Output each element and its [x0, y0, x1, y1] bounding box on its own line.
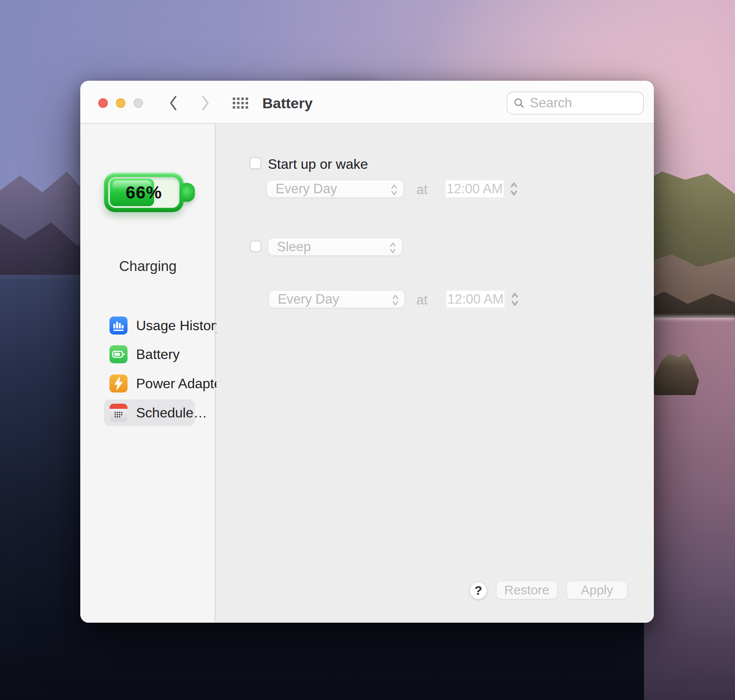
startup-frequency-popup[interactable]: Every Day [266, 180, 404, 198]
battery-nub [182, 183, 195, 202]
island-hill [644, 163, 735, 266]
minimize-button[interactable] [116, 98, 125, 108]
window-title: Battery [262, 95, 313, 112]
shoreline-foam [644, 316, 735, 320]
startup-time-field[interactable]: 12:00 AM [445, 180, 504, 198]
popup-value: Sleep [277, 239, 311, 255]
search-icon [513, 97, 525, 109]
battery-icon [109, 345, 128, 363]
sleep-checkbox[interactable] [250, 240, 261, 252]
power-adapter-icon [109, 374, 128, 393]
chevron-up-down-icon [392, 294, 399, 307]
sidebar-item-label: Power Adapter [136, 376, 226, 392]
sidebar-item-label: Usage History [136, 318, 222, 334]
schedule-icon [109, 404, 128, 422]
chevron-up-down-icon [389, 241, 397, 254]
titlebar: Battery [80, 81, 654, 124]
zoom-button[interactable] [134, 98, 143, 108]
startup-time-stepper[interactable] [508, 180, 520, 198]
sidebar-item-battery[interactable]: Battery [104, 341, 195, 368]
popup-value: Every Day [278, 292, 339, 307]
sidebar-item-schedule[interactable]: Schedule… [104, 399, 195, 426]
time-value: 12:00 AM [447, 292, 504, 307]
battery-preferences-window: Battery 66% Charging [80, 81, 654, 623]
startup-at-label: at [416, 182, 428, 198]
schedule-pane [216, 125, 654, 623]
show-all-grid-icon[interactable] [233, 97, 248, 109]
island-coastline [644, 163, 735, 700]
sidebar: 66% Charging Usage History [80, 125, 216, 623]
battery-status-label: Charging [80, 258, 216, 274]
battery-percent: 66% [104, 173, 184, 212]
sleep-action-popup[interactable]: Sleep [267, 237, 403, 256]
sidebar-item-usage-history[interactable]: Usage History [104, 312, 195, 339]
forward-arrow-icon[interactable] [200, 95, 210, 111]
sidebar-item-label: Battery [136, 347, 179, 362]
startup-label: Start up or wake [268, 156, 368, 172]
startup-checkbox[interactable] [249, 157, 261, 169]
close-button[interactable] [98, 98, 108, 108]
restore-button[interactable]: Restore [496, 581, 557, 599]
window-content: 66% Charging Usage History [80, 125, 654, 623]
sidebar-item-label: Schedule… [136, 405, 207, 421]
search-field[interactable] [507, 91, 644, 115]
sleep-frequency-popup[interactable]: Every Day [268, 290, 405, 308]
chevron-up-down-icon [390, 183, 398, 196]
sleep-at-label: at [416, 292, 428, 308]
sidebar-item-power-adapter[interactable]: Power Adapter [104, 370, 195, 397]
sleep-time-stepper[interactable] [509, 291, 521, 308]
sleep-time-field[interactable]: 12:00 AM [446, 290, 505, 308]
time-value: 12:00 AM [446, 181, 503, 197]
popup-value: Every Day [276, 181, 337, 197]
help-button[interactable]: ? [469, 581, 487, 600]
search-input[interactable] [530, 95, 637, 111]
back-arrow-icon[interactable] [169, 95, 178, 111]
battery-level-graphic: 66% [104, 173, 184, 212]
apply-button[interactable]: Apply [567, 581, 627, 599]
usage-history-icon [109, 317, 128, 335]
